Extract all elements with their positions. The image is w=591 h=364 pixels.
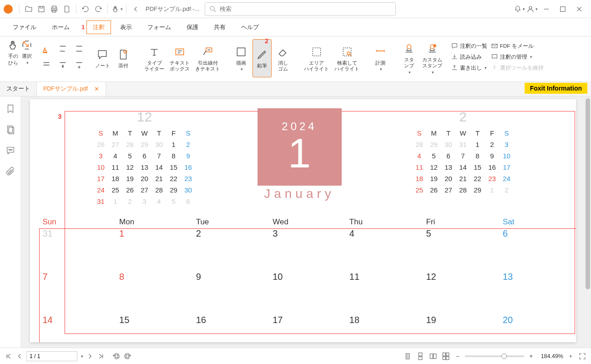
- typewriter-button[interactable]: タイプライター: [142, 39, 166, 77]
- ribbon-toolbar: 2 手のひら 選択▾ ノート 添付 タイプライター テキストボックス 引出線付き…: [0, 36, 591, 82]
- title-bar: ▾ PDFサンプル.pdf -... ▾ ▾: [0, 0, 591, 18]
- calendar-grid-border: [39, 228, 576, 342]
- svg-rect-28: [419, 356, 422, 359]
- maximize-button[interactable]: [555, 1, 571, 17]
- import-button[interactable]: 読み込み: [451, 52, 487, 62]
- menu-view[interactable]: 表示: [114, 20, 138, 34]
- bell-icon[interactable]: ▾: [513, 3, 525, 15]
- continuous-facing-view-icon[interactable]: [441, 351, 451, 361]
- redo-icon[interactable]: [92, 3, 105, 15]
- bookmark-icon[interactable]: [5, 104, 15, 114]
- page-icon[interactable]: [61, 3, 73, 15]
- select-tool-button[interactable]: 選択▾: [21, 39, 33, 77]
- vertical-scrollbar[interactable]: [585, 96, 591, 348]
- callout-button[interactable]: 引出線付きテキスト: [193, 39, 222, 77]
- save-icon[interactable]: [35, 3, 48, 15]
- close-button[interactable]: [571, 1, 587, 17]
- app-logo-icon: [4, 5, 13, 14]
- measure-button[interactable]: 計測▾: [371, 39, 390, 77]
- export-button[interactable]: 書き出し ▾: [451, 63, 487, 73]
- textbox-button[interactable]: テキストボックス: [168, 39, 192, 77]
- annotation-marker-1: 1: [81, 24, 85, 30]
- highlight-icon[interactable]: [40, 42, 53, 56]
- svg-rect-33: [443, 356, 445, 359]
- zoom-dropdown-icon[interactable]: ▾: [570, 354, 572, 359]
- hand-tool-icon[interactable]: ▾: [111, 3, 123, 15]
- svg-point-14: [407, 45, 411, 49]
- page-dropdown-icon[interactable]: ▾: [81, 354, 83, 359]
- svg-point-13: [347, 52, 350, 55]
- menu-protect[interactable]: 保護: [180, 20, 205, 34]
- underline-icon[interactable]: [72, 42, 86, 56]
- zoom-knob[interactable]: [501, 354, 507, 359]
- search-input[interactable]: [220, 5, 392, 12]
- mini-calendar-prev: 12SMTWTFS2627282930123456789101112131415…: [94, 109, 196, 207]
- page-input[interactable]: [26, 351, 77, 361]
- area-highlight-button[interactable]: エリアハイライト: [302, 39, 331, 77]
- draw-button[interactable]: 描画▾: [232, 39, 251, 77]
- svg-rect-31: [443, 353, 445, 356]
- rotate-ccw-icon[interactable]: [112, 352, 121, 360]
- zoom-out-icon[interactable]: −: [456, 353, 460, 359]
- document-tab[interactable]: PDFサンプル.pdf✕: [37, 82, 106, 96]
- fullscreen-icon[interactable]: [578, 352, 586, 360]
- svg-rect-6: [561, 6, 566, 11]
- strikeout-icon[interactable]: [40, 58, 53, 72]
- svg-rect-27: [419, 353, 422, 356]
- zoom-in-icon[interactable]: +: [530, 353, 533, 359]
- stamp-button[interactable]: スタンプ▾: [399, 39, 419, 77]
- pencil-button[interactable]: 鉛筆: [253, 39, 272, 77]
- last-page-icon[interactable]: [97, 352, 105, 360]
- insert-text-icon[interactable]: [72, 58, 86, 72]
- search-icon: [209, 5, 217, 13]
- print-icon[interactable]: [48, 3, 61, 15]
- pages-icon[interactable]: [5, 125, 15, 135]
- menu-help[interactable]: ヘルプ: [235, 20, 265, 34]
- page-viewer[interactable]: 3 2024 1 January 12SMTWTFS26272829301234…: [21, 96, 585, 348]
- prev-page-icon[interactable]: [15, 352, 24, 360]
- svg-rect-30: [433, 354, 436, 359]
- next-page-icon[interactable]: [86, 352, 94, 360]
- attachments-icon[interactable]: [5, 167, 15, 177]
- menu-home[interactable]: ホーム: [45, 20, 76, 34]
- annotation-manage-group: 注釈の一覧 読み込み 書き出し ▾: [451, 39, 487, 73]
- open-icon[interactable]: [22, 3, 35, 15]
- zoom-slider[interactable]: [465, 355, 524, 357]
- menu-form[interactable]: フォーム: [141, 20, 177, 34]
- undo-icon[interactable]: [79, 3, 92, 15]
- minimize-button[interactable]: [538, 1, 555, 17]
- note-button[interactable]: ノート: [93, 39, 112, 77]
- eraser-button[interactable]: 消しゴム: [273, 39, 293, 77]
- scrollbar-thumb[interactable]: [586, 98, 590, 289]
- keep-select-button[interactable]: 選択ツールを維持: [491, 63, 544, 73]
- text-markup-group: [40, 39, 86, 72]
- user-icon[interactable]: ▾: [525, 3, 538, 15]
- svg-rect-29: [430, 354, 433, 359]
- fdf-mail-button[interactable]: FDF をメール: [491, 41, 544, 51]
- hand-tool-button[interactable]: 手のひら: [7, 39, 19, 77]
- search-box[interactable]: [205, 2, 396, 16]
- comments-icon[interactable]: [5, 146, 15, 156]
- attach-button[interactable]: 添付: [114, 39, 133, 77]
- annotation-manage-button[interactable]: 注釈の管理 ▾: [491, 52, 544, 62]
- foxit-info-banner[interactable]: Foxit Information: [525, 83, 587, 94]
- search-highlight-button[interactable]: 検索してハイライト: [333, 39, 361, 77]
- first-page-icon[interactable]: [5, 352, 13, 360]
- rotate-cw-icon[interactable]: [123, 352, 131, 360]
- annotation-list-button[interactable]: 注釈の一覧: [451, 41, 487, 51]
- start-tab[interactable]: スタート: [0, 82, 37, 96]
- custom-stamp-button[interactable]: カスタムスタンプ▾: [420, 39, 444, 77]
- menu-file[interactable]: ファイル: [6, 20, 43, 34]
- zoom-value: 184.49%: [541, 353, 563, 359]
- continuous-view-icon[interactable]: [415, 351, 425, 361]
- facing-view-icon[interactable]: [428, 351, 438, 361]
- svg-rect-8: [176, 49, 183, 55]
- month-header: 2024 1: [258, 108, 342, 186]
- menu-share[interactable]: 共有: [207, 20, 232, 34]
- close-tab-icon[interactable]: ✕: [94, 86, 99, 92]
- replace-text-icon[interactable]: [56, 58, 70, 72]
- menu-comment[interactable]: 注釈: [86, 20, 111, 34]
- single-page-view-icon[interactable]: [403, 351, 413, 361]
- squiggly-icon[interactable]: [56, 42, 70, 56]
- prev-icon[interactable]: [129, 3, 142, 15]
